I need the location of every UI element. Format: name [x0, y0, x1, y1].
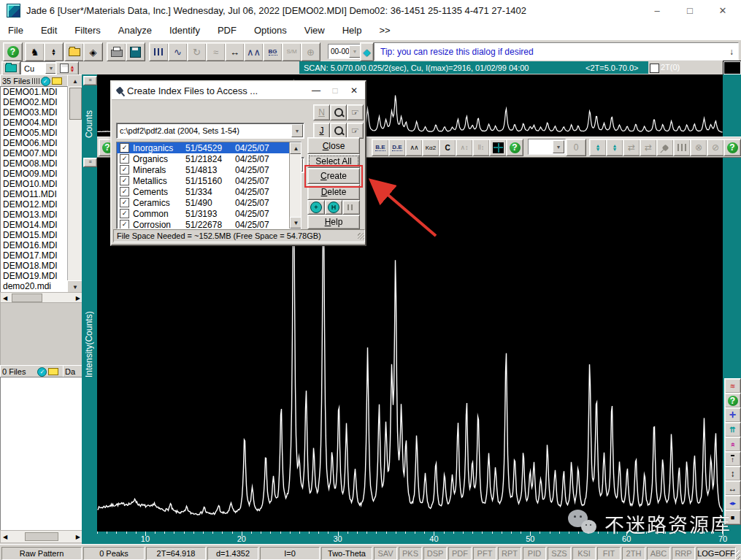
scrollbar-thumb[interactable]	[12, 294, 42, 302]
home-database-button[interactable]: H	[325, 200, 342, 215]
checkbox[interactable]: ✓	[120, 165, 129, 174]
file-list2[interactable]	[0, 377, 83, 532]
locate-index-button[interactable]: ☞	[347, 123, 364, 139]
status-mode-rrp[interactable]: RRP	[672, 547, 695, 560]
menu-item-file[interactable]: File	[8, 22, 23, 39]
status-cell[interactable]: I=0	[260, 547, 320, 560]
file-list-item[interactable]: DEMO16.MDI	[1, 240, 68, 250]
zero-offset-checkbox[interactable]	[650, 64, 659, 73]
vertical-scale-button[interactable]: ↕	[724, 466, 741, 481]
pane-handle-icon[interactable]: ≡	[83, 158, 97, 167]
database-row[interactable]: ✓Inorganics51/5452904/25/07	[117, 142, 290, 153]
pdf-database-combo[interactable]: c:\pdf2\pdf2.dat (2004, Sets 1-54) ▼	[116, 123, 304, 139]
checkbox[interactable]: ✓	[120, 176, 129, 185]
kalpha2-button[interactable]: Kα2	[422, 139, 439, 156]
status-cell[interactable]: d=1.4352	[207, 547, 258, 560]
close-button[interactable]: ✕	[712, 1, 734, 19]
checkbox[interactable]: ✓	[120, 154, 129, 164]
peak-up-button[interactable]: ∧↕	[456, 139, 473, 156]
database-row[interactable]: ✓Cements51/33404/25/07	[117, 186, 290, 197]
dialog-title-bar[interactable]: Create Index Files to Access ... — □ ✕	[112, 82, 365, 100]
globe-button[interactable]: ⊕	[301, 42, 320, 61]
expand-up-button[interactable]: »	[724, 437, 741, 452]
status-mode-pft[interactable]: PFT	[473, 547, 496, 560]
status-mode-abc[interactable]: ABC	[647, 547, 670, 560]
dialog-minimize-button[interactable]: —	[307, 84, 326, 97]
database-row[interactable]: ✓Minerals51/481304/25/07	[117, 164, 290, 175]
j-button[interactable]: J	[313, 123, 330, 139]
spinner-arrows-icon[interactable]: ▲▼	[70, 65, 75, 72]
range-up-down-button[interactable]: ▲▼	[606, 139, 623, 156]
file-list-item[interactable]: DEMO02.MDI	[1, 97, 68, 107]
menu-item-analyze[interactable]: Analyze	[118, 22, 152, 39]
histogram-button[interactable]	[673, 139, 691, 156]
bars-up-button[interactable]: ll↕	[472, 139, 490, 156]
file-list-item[interactable]: DEMO07.MDI	[1, 148, 68, 158]
database-row[interactable]: ✓Common51/319304/25/07	[117, 208, 290, 219]
folder-icon[interactable]	[48, 368, 58, 375]
checkbox[interactable]: ✓	[120, 220, 129, 229]
chart-database-button[interactable]	[342, 200, 360, 215]
check-circle-icon[interactable]: ✓	[41, 77, 50, 86]
file-list-item[interactable]: DEMO19.MDI	[1, 271, 68, 281]
chevron-down-icon[interactable]: ▼	[349, 45, 361, 58]
stop-round-button[interactable]: ⊘	[707, 139, 724, 156]
n-button[interactable]: N	[313, 104, 330, 120]
file-list-item[interactable]: DEMO03.MDI	[1, 107, 68, 118]
search-index-button[interactable]	[330, 123, 347, 139]
to-top-button[interactable]: ↑	[724, 451, 741, 467]
file-list-item[interactable]: DEMO13.MDI	[1, 210, 68, 220]
save-button[interactable]	[126, 42, 145, 61]
resize-grip[interactable]	[358, 233, 364, 239]
database-list[interactable]: ✓Inorganics51/5452904/25/07✓Organics51/2…	[116, 142, 302, 229]
expand-left-right-button[interactable]: ⇄	[640, 139, 657, 156]
maximize-button[interactable]: □	[679, 1, 701, 19]
status-mode-ksi[interactable]: KSI	[572, 547, 596, 560]
checkbox[interactable]: ✓	[120, 198, 129, 207]
checkbox[interactable]: ✓	[120, 187, 129, 196]
run-button[interactable]: ♞	[25, 42, 45, 61]
close-dialog-button[interactable]: Close	[307, 137, 360, 154]
status-mode-pks[interactable]: PKS	[399, 547, 422, 560]
pan-left-right-button[interactable]: ⇄	[623, 139, 640, 156]
gem-button[interactable]: ◆	[360, 42, 374, 61]
file-list[interactable]: DEMO01.MDIDEMO02.MDIDEMO03.MDIDEMO04.MDI…	[0, 86, 69, 294]
scroll-down-button[interactable]: ▼	[290, 217, 302, 229]
file-list-item[interactable]: DEMO15.MDI	[1, 230, 68, 240]
file-list-vscrollbar[interactable]	[67, 86, 82, 280]
open-sample-button[interactable]	[1, 61, 20, 75]
move-all-button[interactable]: ✛	[724, 407, 741, 423]
database-row[interactable]: ✓Ceramics51/49004/25/07	[117, 197, 290, 208]
crystallite-button[interactable]: C	[439, 139, 456, 156]
database-row[interactable]: ✓Metallics51/1516004/25/07	[117, 175, 290, 186]
file-list-item[interactable]: DEMO17.MDI	[1, 250, 68, 261]
arrow-down-icon[interactable]: ↓	[729, 47, 738, 57]
file-list2-hscrollbar[interactable]: ◀ ▶	[0, 530, 83, 543]
help-button[interactable]: ?	[723, 139, 741, 156]
database-row[interactable]: ✓Organics51/2182404/25/07	[117, 153, 290, 164]
status-cell[interactable]: 2T=64.918	[146, 547, 206, 560]
clock-button[interactable]: ⊗	[690, 139, 707, 156]
pane-handle-icon[interactable]: ≡	[83, 76, 97, 85]
peak-profile-button[interactable]: ∧∧	[405, 139, 423, 156]
pin-view-button[interactable]	[656, 139, 674, 156]
scale-up-button[interactable]: ⇈	[724, 422, 741, 437]
file-list-item[interactable]: DEMO12.MDI	[1, 199, 68, 210]
diffraction-edit-button[interactable]: D.E	[388, 139, 406, 156]
help-button[interactable]: ?	[724, 393, 741, 408]
file-list-item[interactable]: DEMO04.MDI	[1, 118, 68, 128]
overlay-combo[interactable]: ▼	[528, 139, 566, 155]
locate-pdf-button[interactable]: ☞	[347, 104, 364, 120]
print-button[interactable]	[107, 42, 126, 61]
menu-item-view[interactable]: View	[304, 22, 325, 39]
report-spinner-button[interactable]: ▲▼	[55, 61, 79, 75]
menu-item-identify[interactable]: Identify	[169, 22, 200, 39]
checkbox[interactable]: ✓	[120, 143, 129, 153]
file-list-item[interactable]: DEMO06.MDI	[1, 138, 68, 148]
search-pdf-button[interactable]	[330, 104, 347, 120]
file-list-item[interactable]: DEMO05.MDI	[1, 128, 68, 138]
status-mode-2th[interactable]: 2TH	[622, 547, 645, 560]
scrollbar-thumb[interactable]	[69, 88, 82, 120]
file-list-item[interactable]: DEMO14.MDI	[1, 220, 68, 230]
smooth-button[interactable]: ≈	[206, 42, 226, 61]
